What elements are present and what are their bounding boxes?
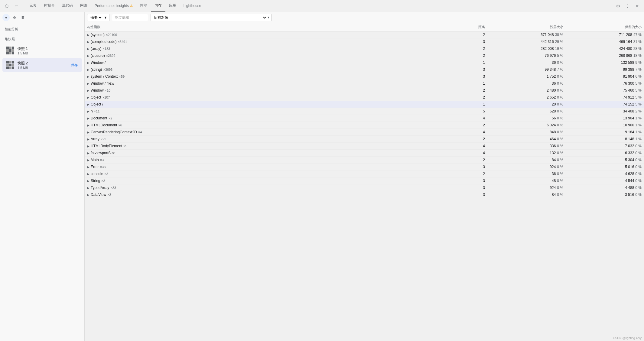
snapshot-2-save-btn[interactable]: 保存 xyxy=(70,62,79,68)
close-btn[interactable]: ✕ xyxy=(633,2,642,10)
header-retained[interactable]: 保留的大小 xyxy=(566,23,644,31)
row-expand-icon[interactable]: ▶ xyxy=(87,151,91,155)
cell-distance: 2 xyxy=(448,45,488,52)
retained-percent: 5 % xyxy=(635,81,642,86)
cell-distance: 4 xyxy=(448,150,488,157)
table-row[interactable]: ▶Object×10722 6520 %74 9125 % xyxy=(85,94,644,101)
table-row[interactable]: ▶(array)×1832282 00819 %424 48028 % xyxy=(85,45,644,52)
row-expand-icon[interactable]: ▶ xyxy=(87,103,91,106)
device-mode-btn[interactable]: ▭ xyxy=(12,2,21,10)
table-row[interactable]: ▶(system)×221062571 04838 %711 20847 % xyxy=(85,31,644,38)
tab-performance-insights[interactable]: Performance insights ⚠ xyxy=(91,0,136,12)
cell-retained: 7 0320 % xyxy=(566,143,644,150)
row-expand-icon[interactable]: ▶ xyxy=(87,33,91,37)
row-expand-icon[interactable]: ▶ xyxy=(87,165,91,169)
row-expand-icon[interactable]: ▶ xyxy=(87,158,91,162)
cell-retained: 13 9041 % xyxy=(566,115,644,122)
retained-percent: 47 % xyxy=(633,33,642,37)
table-row[interactable]: ▶HTMLDocument×626 0240 %10 9001 % xyxy=(85,122,644,129)
retained-percent: 0 % xyxy=(635,144,642,148)
table-row[interactable]: ▶Document×24560 %13 9041 % xyxy=(85,115,644,122)
row-expand-icon[interactable]: ▶ xyxy=(87,47,91,50)
settings-btn[interactable]: ⚙ xyxy=(614,2,622,10)
row-expand-icon[interactable]: ▶ xyxy=(87,89,91,92)
table-row[interactable]: ▶HTMLBodyElement×543360 %7 0320 % xyxy=(85,143,644,150)
cell-shallow: 442 31629 % xyxy=(487,38,566,45)
row-expand-icon[interactable]: ▶ xyxy=(87,145,91,148)
row-expand-icon[interactable]: ▶ xyxy=(87,172,91,176)
snapshot-item-1[interactable]: 快照 1 1.5 MB xyxy=(2,44,82,57)
table-row[interactable]: ▶(string)×3696399 3487 %99 3887 % xyxy=(85,66,644,73)
tab-console[interactable]: 控制台 xyxy=(40,0,58,12)
shallow-percent: 0 % xyxy=(557,116,563,120)
cell-shallow: 9240 % xyxy=(487,184,566,191)
row-expand-icon[interactable]: ▶ xyxy=(87,179,91,183)
table-row[interactable]: ▶Array×2924640 %8 1481 % xyxy=(85,136,644,143)
filter-input[interactable] xyxy=(112,14,148,21)
snapshot-item-2[interactable]: 快照 2 1.5 MB 保存 xyxy=(2,58,82,72)
table-row[interactable]: ▶(closure)×2692276 9765 %268 86818 % xyxy=(85,52,644,59)
table-row[interactable]: ▶Object /1200 %74 1525 % xyxy=(85,101,644,108)
tab-memory[interactable]: 内存 xyxy=(151,0,165,12)
tab-application[interactable]: 应用 xyxy=(165,0,180,12)
cell-constructor: ▶Window / xyxy=(85,59,448,66)
shallow-percent: 0 % xyxy=(557,193,563,197)
tab-performance[interactable]: 性能 xyxy=(136,0,151,12)
row-expand-icon[interactable]: ▶ xyxy=(87,124,91,127)
memory-table-container[interactable]: 构造函数 距离 浅层大小 保留的大小 ▶(system)×221062571 0… xyxy=(85,23,644,341)
row-expand-icon[interactable]: ▶ xyxy=(87,54,91,57)
pointer-tool-btn[interactable]: ⬡ xyxy=(2,2,11,10)
table-row[interactable]: ▶Error×3339240 %5 0160 % xyxy=(85,164,644,170)
table-row[interactable]: ▶Window×1022 4800 %75 4605 % xyxy=(85,87,644,94)
table-row[interactable]: ▶(compiled code)×64913442 31629 %469 164… xyxy=(85,38,644,45)
table-row[interactable]: ▶TypedArray×3339240 %4 4880 % xyxy=(85,184,644,191)
row-name: TypedArray xyxy=(91,186,109,190)
row-expand-icon[interactable]: ▶ xyxy=(87,75,91,78)
tab-sources[interactable]: 源代码 xyxy=(58,0,76,12)
table-row[interactable]: ▶n×1156280 %34 4082 % xyxy=(85,108,644,115)
view-select[interactable]: 摘要 包含 比较 ▼ xyxy=(87,14,109,21)
table-row[interactable]: ▶Window /1360 %132 5889 % xyxy=(85,59,644,66)
row-expand-icon[interactable]: ▶ xyxy=(87,131,91,134)
table-row[interactable]: ▶fn.viewportSize41320 %6 3320 % xyxy=(85,150,644,157)
cell-constructor: ▶Error×33 xyxy=(85,164,448,170)
retained-percent: 28 % xyxy=(633,47,642,51)
cell-retained: 711 20847 % xyxy=(566,31,644,38)
stop-btn[interactable]: ⊘ xyxy=(11,14,18,21)
shallow-percent: 0 % xyxy=(557,88,563,93)
table-row[interactable]: ▶DataView×33840 %3 5160 % xyxy=(85,191,644,198)
view-select-input[interactable]: 摘要 包含 比较 xyxy=(89,15,102,20)
table-row[interactable]: ▶String×33480 %4 5440 % xyxy=(85,177,644,184)
row-expand-icon[interactable]: ▶ xyxy=(87,110,91,113)
header-shallow[interactable]: 浅层大小 xyxy=(487,23,566,31)
retained-percent: 5 % xyxy=(635,102,642,106)
table-row[interactable]: ▶console×32360 %4 6280 % xyxy=(85,170,644,177)
row-expand-icon[interactable]: ▶ xyxy=(87,96,91,99)
row-expand-icon[interactable]: ▶ xyxy=(87,82,91,85)
shallow-percent: 0 % xyxy=(557,81,563,86)
header-constructor[interactable]: 构造函数 xyxy=(85,23,448,31)
header-distance[interactable]: 距离 xyxy=(448,23,488,31)
tab-lighthouse[interactable]: Lighthouse xyxy=(180,0,205,12)
tab-network[interactable]: 网络 xyxy=(76,0,91,12)
table-row[interactable]: ▶Window / file://1360 %76 3005 % xyxy=(85,80,644,87)
record-btn[interactable]: ● xyxy=(2,14,10,21)
row-expand-icon[interactable]: ▶ xyxy=(87,186,91,190)
table-row[interactable]: ▶CanvasRenderingContext2D×448480 %9 1841… xyxy=(85,129,644,136)
cell-retained: 91 9046 % xyxy=(566,73,644,80)
tab-elements[interactable]: 元素 xyxy=(26,0,40,12)
more-btn[interactable]: ⋮ xyxy=(623,2,632,10)
row-expand-icon[interactable]: ▶ xyxy=(87,117,91,120)
snapshot-2-size: 1.5 MB xyxy=(18,66,70,70)
clear-btn[interactable]: 🗑 xyxy=(19,14,27,21)
table-row[interactable]: ▶Math×32840 %5 3040 % xyxy=(85,157,644,164)
class-filter[interactable]: 所有对象 从快照1到快照2的对象 ▼ xyxy=(151,14,272,21)
row-expand-icon[interactable]: ▶ xyxy=(87,138,91,141)
table-row[interactable]: ▶system / Context×5931 7520 %91 9046 % xyxy=(85,73,644,80)
row-expand-icon[interactable]: ▶ xyxy=(87,61,91,64)
class-filter-select-input[interactable]: 所有对象 从快照1到快照2的对象 xyxy=(151,14,267,21)
row-expand-icon[interactable]: ▶ xyxy=(87,40,91,44)
row-expand-icon[interactable]: ▶ xyxy=(87,193,91,196)
snapshot-1-name: 快照 1 xyxy=(18,46,79,51)
row-expand-icon[interactable]: ▶ xyxy=(87,68,91,71)
